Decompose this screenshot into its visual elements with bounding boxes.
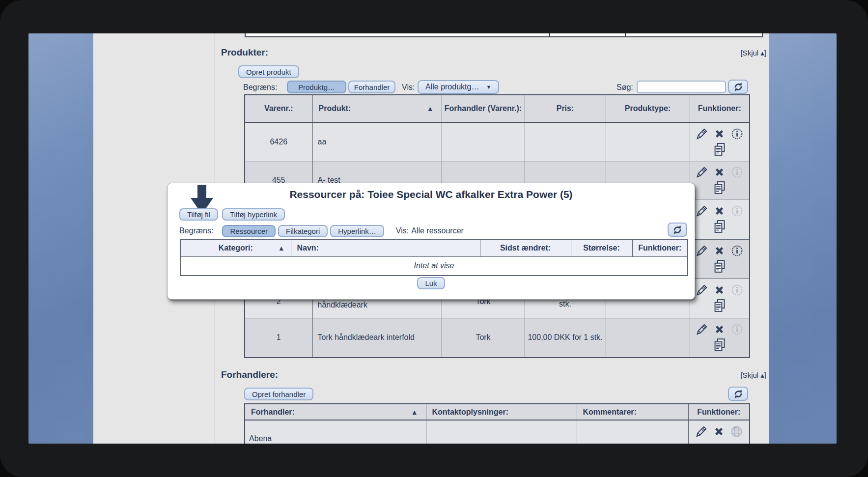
dialog-view-label: Vis: bbox=[396, 226, 409, 235]
col-header-funktioner: Funktioner: bbox=[632, 239, 688, 256]
x-icon[interactable] bbox=[713, 283, 726, 297]
products-view-label: Vis: bbox=[402, 83, 415, 92]
products-section-title: Produkter: bbox=[221, 47, 268, 58]
col-header-forhandler-label: Forhandler: bbox=[251, 408, 295, 416]
col-header-kategori-label: Kategori: bbox=[219, 244, 253, 252]
add-file-button[interactable]: Tilføj fil bbox=[179, 208, 218, 221]
copy-documents-icon[interactable] bbox=[712, 337, 727, 352]
pencil-icon[interactable] bbox=[695, 244, 708, 257]
info-icon[interactable] bbox=[730, 204, 744, 218]
info-icon[interactable] bbox=[730, 244, 744, 257]
col-header-kategori[interactable]: Kategori: ▲ bbox=[180, 239, 291, 256]
cell-forhandler: Abena bbox=[245, 420, 426, 444]
col-header-forhandler[interactable]: Forhandler: ▲ bbox=[245, 404, 426, 420]
col-header-kommentarer[interactable]: Kommentarer: bbox=[577, 404, 688, 420]
col-header-produkt-label: Produkt: bbox=[319, 104, 351, 112]
productgroup-dropdown-value: Alle produktg… bbox=[425, 83, 479, 91]
copy-documents-icon[interactable] bbox=[712, 142, 727, 157]
resellers-refresh-button[interactable] bbox=[728, 387, 748, 401]
refresh-icon bbox=[672, 224, 683, 236]
globe-icon[interactable] bbox=[730, 425, 743, 438]
info-icon[interactable] bbox=[730, 323, 744, 336]
cell-kontaktoplysninger bbox=[426, 420, 577, 444]
copy-documents-icon[interactable] bbox=[712, 219, 727, 234]
resellers-collapse-link[interactable]: [Skjul ▴] bbox=[740, 371, 766, 380]
create-product-button[interactable]: Opret produkt bbox=[238, 65, 299, 78]
resources-dialog: Ressourcer på: Toiee Special WC afkalker… bbox=[167, 183, 695, 300]
device-frame: Produkter: [Skjul ▴] Opret produkt Begræ… bbox=[0, 0, 868, 477]
col-header-funktioner: Funktioner: bbox=[690, 95, 750, 122]
resellers-header-row: Forhandler: ▲ Kontaktoplysninger: Kommen… bbox=[245, 404, 750, 420]
pencil-icon[interactable] bbox=[695, 283, 708, 297]
empty-row: Intet at vise bbox=[180, 256, 688, 276]
col-header-kontaktoplysninger[interactable]: Kontaktoplysninger: bbox=[426, 404, 577, 420]
browser-viewport: Produkter: [Skjul ▴] Opret produkt Begræ… bbox=[28, 33, 837, 444]
pencil-icon[interactable] bbox=[695, 166, 708, 179]
filter-filecategory-button[interactable]: Filkategori bbox=[278, 225, 328, 237]
copy-documents-icon[interactable] bbox=[712, 298, 727, 313]
products-header-row: Varenr.: Produkt: ▲ Forhandler (Varenr.)… bbox=[245, 95, 750, 122]
info-icon[interactable] bbox=[730, 283, 744, 297]
dialog-refresh-button[interactable] bbox=[668, 223, 687, 237]
col-header-storrelse[interactable]: Størrelse: bbox=[571, 239, 632, 256]
products-refresh-button[interactable] bbox=[728, 80, 748, 94]
cell-produktype bbox=[606, 318, 690, 358]
x-icon[interactable] bbox=[712, 425, 726, 438]
close-dialog-button[interactable]: Luk bbox=[417, 277, 445, 289]
col-header-sidst-aendret[interactable]: Sidst ændret: bbox=[480, 239, 571, 256]
filter-productgroup-button[interactable]: Produktg… bbox=[287, 81, 346, 93]
add-hyperlink-button[interactable]: Tilføj hyperlink bbox=[222, 208, 285, 221]
left-background-panel bbox=[28, 33, 93, 444]
cell-produkt: aa bbox=[312, 122, 442, 162]
create-reseller-button[interactable]: Opret forhandler bbox=[244, 388, 313, 400]
col-header-produkt[interactable]: Produkt: ▲ bbox=[312, 95, 442, 122]
products-search-input[interactable] bbox=[637, 81, 726, 93]
filter-resources-button[interactable]: Ressourcer bbox=[222, 225, 276, 237]
col-header-forhandler[interactable]: Forhandler (Varenr.): bbox=[442, 95, 525, 122]
pencil-icon[interactable] bbox=[695, 323, 708, 336]
filter-reseller-button[interactable]: Forhandler bbox=[348, 81, 395, 93]
sort-ascending-icon: ▲ bbox=[427, 105, 434, 112]
pencil-icon[interactable] bbox=[695, 425, 708, 438]
col-header-produktype[interactable]: Produktype: bbox=[606, 95, 690, 122]
resources-header-row: Kategori: ▲ Navn: Sidst ændret: Størrels… bbox=[180, 239, 688, 256]
cell-kommentarer bbox=[577, 420, 688, 444]
refresh-icon bbox=[732, 388, 744, 400]
partial-table-border bbox=[625, 33, 626, 36]
products-limit-label: Begræns: bbox=[243, 83, 277, 92]
info-icon[interactable] bbox=[730, 166, 744, 179]
resellers-section-title: Forhandlere: bbox=[221, 369, 278, 380]
dialog-title: Ressourcer på: Toiee Special WC afkalker… bbox=[168, 189, 695, 200]
filter-hyperlink-button[interactable]: Hyperlink… bbox=[330, 225, 384, 237]
product-row: 6426 aa bbox=[245, 122, 750, 162]
right-background-panel bbox=[769, 33, 837, 444]
products-collapse-link[interactable]: [Skjul ▴] bbox=[740, 49, 766, 57]
x-icon[interactable] bbox=[713, 204, 726, 218]
cell-varenr: 1 bbox=[245, 318, 312, 358]
cell-produktype bbox=[606, 122, 690, 162]
product-row: 1 Tork håndklædeark interfold Tork 100,0… bbox=[245, 318, 750, 358]
pencil-icon[interactable] bbox=[695, 204, 708, 218]
copy-documents-icon[interactable] bbox=[712, 180, 727, 195]
x-icon[interactable] bbox=[713, 323, 726, 336]
col-header-navn[interactable]: Navn: bbox=[291, 239, 480, 256]
x-icon[interactable] bbox=[713, 127, 726, 140]
resources-table: Kategori: ▲ Navn: Sidst ændret: Størrels… bbox=[180, 239, 688, 276]
resellers-table: Forhandler: ▲ Kontaktoplysninger: Kommen… bbox=[244, 403, 750, 444]
dialog-limit-label: Begræns: bbox=[179, 226, 213, 235]
x-icon[interactable] bbox=[713, 166, 726, 179]
info-icon[interactable] bbox=[730, 127, 744, 140]
cell-forhandler: Tork bbox=[442, 318, 525, 358]
partial-table-border bbox=[549, 33, 550, 36]
cell-pris bbox=[525, 122, 606, 162]
copy-documents-icon[interactable] bbox=[712, 259, 727, 274]
cell-varenr: 6426 bbox=[245, 122, 312, 162]
col-header-varenr[interactable]: Varenr.: bbox=[245, 95, 312, 122]
sort-ascending-icon: ▲ bbox=[278, 244, 285, 252]
productgroup-dropdown[interactable]: Alle produktg… ▼ bbox=[418, 80, 499, 94]
pencil-icon[interactable] bbox=[695, 127, 708, 140]
x-icon[interactable] bbox=[713, 244, 726, 257]
chevron-down-icon: ▼ bbox=[486, 84, 491, 90]
col-header-pris[interactable]: Pris: bbox=[525, 95, 606, 122]
sort-ascending-icon: ▲ bbox=[411, 408, 418, 416]
